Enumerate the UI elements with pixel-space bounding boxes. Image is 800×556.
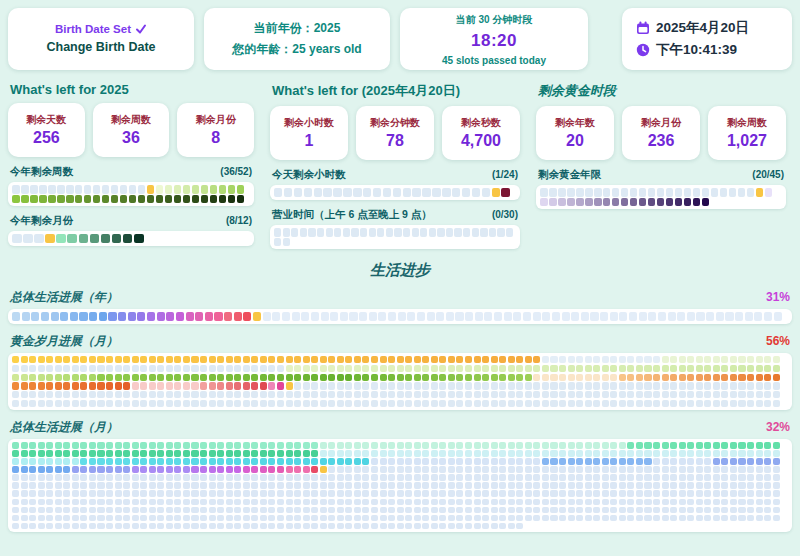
grid-cell [174, 515, 181, 522]
grid-cell [593, 458, 600, 465]
grid-cell [668, 312, 676, 321]
grid-cell [679, 365, 686, 372]
grid-cell [21, 458, 28, 465]
grid-cell [619, 365, 626, 372]
grid-cell [431, 450, 438, 457]
grid-cell [157, 400, 164, 407]
grid-cell [465, 400, 472, 407]
grid-cell [559, 450, 566, 457]
grid-cell [63, 515, 70, 522]
grid-cell [106, 356, 113, 363]
grid-cell [260, 391, 267, 398]
grid-cell [679, 515, 686, 522]
grid-cell [585, 515, 592, 522]
grid-cell [422, 466, 429, 473]
grid-cell [362, 466, 369, 473]
grid-cell [602, 507, 609, 514]
grid-cell [283, 238, 290, 247]
grid-cell [63, 450, 70, 457]
grid-cell [508, 400, 515, 407]
grid-cell [328, 442, 335, 449]
grid-cell [482, 400, 489, 407]
grid-cell [191, 391, 198, 398]
grid-cell [456, 523, 463, 530]
grid-cell [636, 391, 643, 398]
grid-cell [559, 382, 566, 389]
grid-cell [80, 474, 87, 481]
grid-cell [721, 474, 728, 481]
grid-cell [525, 400, 532, 407]
grid-cell [773, 482, 780, 489]
grid-cell [397, 374, 404, 381]
grid-cell [644, 356, 651, 363]
stat-months-left: 剩余月份 8 [177, 103, 254, 157]
grid-cell [397, 400, 404, 407]
grid-cell [191, 507, 198, 514]
grid-cell [738, 515, 745, 522]
grid-cell [337, 450, 344, 457]
grid-cell [747, 499, 754, 506]
grid-cell [525, 356, 532, 363]
grid-cell [380, 458, 387, 465]
grid-cell [209, 450, 216, 457]
months-bar [8, 231, 254, 246]
grid-cell [610, 466, 617, 473]
grid-cell [251, 507, 258, 514]
grid-cell [713, 458, 720, 465]
grid-cell [108, 312, 116, 321]
grid-cell [465, 523, 472, 530]
grid-cell [183, 382, 190, 389]
grid-cell [773, 499, 780, 506]
grid-cell [337, 442, 344, 449]
grid-cell [226, 482, 233, 489]
grid-cell [234, 391, 241, 398]
grid-cell [67, 234, 77, 243]
grid-cell [115, 400, 122, 407]
grid-cell [371, 458, 378, 465]
grid-cell [491, 515, 498, 522]
grid-cell [462, 188, 470, 197]
grid-cell [106, 365, 113, 372]
stat-seconds-left: 剩余秒数 4,700 [442, 106, 520, 160]
grid-cell [362, 490, 369, 497]
grid-cell [277, 474, 284, 481]
grid-cell [123, 391, 130, 398]
grid-cell [499, 442, 506, 449]
grid-cell [46, 400, 53, 407]
grid-cell [499, 382, 506, 389]
grid-cell [243, 466, 250, 473]
grid-cell [251, 400, 258, 407]
grid-cell [380, 490, 387, 497]
change-birth-date-button[interactable]: Change Birth Date [40, 39, 161, 55]
grid-cell [371, 391, 378, 398]
grid-cell [559, 442, 566, 449]
grid-cell [183, 391, 190, 398]
grid-cell [294, 507, 301, 514]
grid-cell [465, 442, 472, 449]
grid-cell [55, 515, 62, 522]
grid-cell [593, 374, 600, 381]
grid-cell [93, 185, 101, 194]
grid-cell [57, 185, 65, 194]
grid-cell [568, 356, 575, 363]
grid-cell [343, 188, 351, 197]
grid-cell [277, 499, 284, 506]
grid-cell [738, 466, 745, 473]
grid-cell [251, 450, 258, 457]
grid-cell [277, 490, 284, 497]
grid-cell [653, 450, 660, 457]
grid-cell [474, 466, 481, 473]
grid-cell [730, 382, 737, 389]
grid-cell [448, 474, 455, 481]
grid-cell [756, 507, 763, 514]
grid-cell [311, 523, 318, 530]
grid-cell [756, 450, 763, 457]
grid-cell [422, 365, 429, 372]
grid-cell [337, 400, 344, 407]
grid-cell [226, 391, 233, 398]
grid-cell [721, 382, 728, 389]
grid-cell [594, 188, 602, 197]
grid-cell [174, 356, 181, 363]
grid-cell [388, 515, 395, 522]
grid-cell [414, 450, 421, 457]
